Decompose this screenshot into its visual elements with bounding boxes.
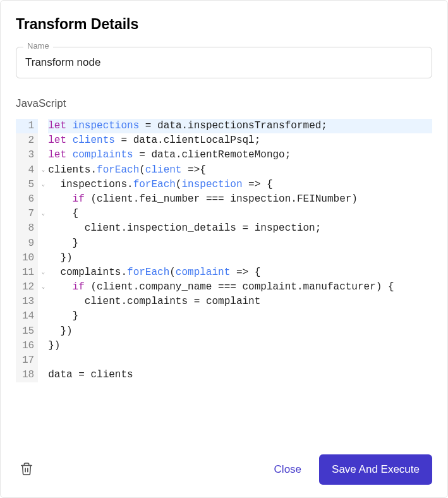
code-line[interactable] bbox=[48, 353, 432, 368]
code-line[interactable]: } bbox=[48, 236, 432, 251]
code-language-label: JavaScript bbox=[16, 97, 432, 110]
gutter-line: 13 bbox=[16, 295, 38, 309]
code-line[interactable]: client.inspection_details = inspection; bbox=[48, 221, 432, 236]
gutter-line: 4⌄ bbox=[16, 163, 38, 178]
fold-marker-icon[interactable]: ⌄ bbox=[42, 181, 45, 189]
delete-button[interactable] bbox=[16, 458, 37, 482]
code-line[interactable]: let clients = data.clientLocalPsql; bbox=[48, 133, 432, 148]
gutter-line: 3 bbox=[16, 148, 38, 162]
code-line[interactable]: }) bbox=[48, 324, 432, 339]
transform-details-panel: Transform Details Name JavaScript 1234⌄5… bbox=[0, 0, 448, 498]
name-field-wrapper: Name bbox=[16, 47, 432, 78]
gutter-line: 6 bbox=[16, 192, 38, 207]
name-field-label: Name bbox=[23, 41, 53, 51]
save-execute-button[interactable]: Save And Execute bbox=[319, 454, 432, 485]
name-input[interactable] bbox=[16, 47, 432, 78]
code-content[interactable]: let inspections = data.inspectionsTransf… bbox=[38, 119, 432, 382]
code-line[interactable]: data = clients bbox=[48, 368, 432, 382]
gutter-line: 9 bbox=[16, 236, 38, 251]
gutter-line: 1 bbox=[16, 119, 38, 133]
code-line[interactable]: if (client.company_name === complaint.ma… bbox=[48, 280, 432, 295]
fold-marker-icon[interactable]: ⌄ bbox=[42, 269, 45, 277]
gutter-line: 8 bbox=[16, 221, 38, 236]
gutter-line: 10 bbox=[16, 251, 38, 265]
gutter-line: 15 bbox=[16, 324, 38, 339]
code-line[interactable]: complaints.forEach(complaint => { bbox=[48, 265, 432, 280]
fold-marker-icon[interactable]: ⌄ bbox=[42, 166, 45, 174]
code-editor[interactable]: 1234⌄5⌄67⌄891011⌄12⌄131415161718 let ins… bbox=[16, 119, 432, 382]
panel-title: Transform Details bbox=[16, 16, 432, 33]
gutter-line: 11⌄ bbox=[16, 265, 38, 280]
code-line[interactable]: inspections.forEach(inspection => { bbox=[48, 178, 432, 192]
gutter-line: 16 bbox=[16, 339, 38, 353]
gutter-line: 18 bbox=[16, 368, 38, 382]
code-line[interactable]: }) bbox=[48, 251, 432, 265]
code-line[interactable]: } bbox=[48, 309, 432, 324]
gutter-line: 12⌄ bbox=[16, 280, 38, 295]
fold-marker-icon[interactable]: ⌄ bbox=[42, 210, 45, 218]
code-line[interactable]: let complaints = data.clientRemoteMongo; bbox=[48, 148, 432, 162]
gutter-line: 14 bbox=[16, 309, 38, 324]
code-line[interactable]: { bbox=[48, 207, 432, 221]
code-line[interactable]: let inspections = data.inspectionsTransf… bbox=[48, 119, 432, 133]
trash-icon bbox=[20, 461, 33, 477]
code-line[interactable]: client.complaints = complaint bbox=[48, 295, 432, 309]
gutter-line: 7⌄ bbox=[16, 207, 38, 221]
code-editor-section: JavaScript 1234⌄5⌄67⌄891011⌄12⌄131415161… bbox=[16, 97, 432, 437]
gutter-line: 2 bbox=[16, 133, 38, 148]
close-button[interactable]: Close bbox=[270, 457, 305, 482]
gutter-line: 17 bbox=[16, 353, 38, 368]
code-line[interactable]: if (client.fei_number === inspection.FEI… bbox=[48, 192, 432, 207]
code-line[interactable]: }) bbox=[48, 339, 432, 353]
code-line[interactable]: clients.forEach(client =>{ bbox=[48, 163, 432, 178]
panel-footer: Close Save And Execute bbox=[16, 454, 432, 485]
fold-marker-icon[interactable]: ⌄ bbox=[42, 283, 45, 291]
code-gutter: 1234⌄5⌄67⌄891011⌄12⌄131415161718 bbox=[16, 119, 38, 382]
gutter-line: 5⌄ bbox=[16, 178, 38, 192]
